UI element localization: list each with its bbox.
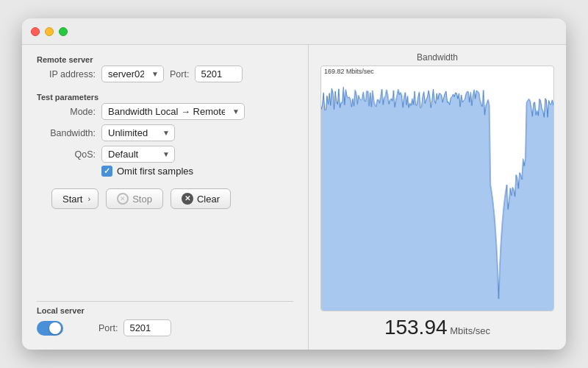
main-window: Remote server IP address: server02 ▼ Por… [22,18,566,350]
mode-select[interactable]: Bandwidth Local → Remote Bandwidth Remot… [101,103,245,120]
left-panel: Remote server IP address: server02 ▼ Por… [22,45,309,350]
mode-row: Mode: Bandwidth Local → Remote Bandwidth… [37,103,293,120]
speed-value: 153.94 [384,316,448,339]
clear-dot-icon: ✕ [182,193,193,205]
start-chevron-icon: › [87,194,90,203]
local-server-toggle[interactable] [37,321,63,336]
speed-display: 153.94 Mbits/sec [384,316,490,339]
right-panel: Bandwidth 153.94 Mbits/sec [309,45,566,350]
ip-select[interactable]: server02 [101,66,164,82]
local-port-input[interactable] [123,319,171,336]
mode-select-wrapper: Bandwidth Local → Remote Bandwidth Remot… [101,103,245,120]
bandwidth-chart-container [320,66,554,311]
stop-button[interactable]: ✕ Stop [106,188,163,209]
bandwidth-chart [321,66,553,311]
qos-select[interactable]: Default Low High [101,146,175,163]
ip-row: IP address: server02 ▼ Port: [37,66,293,82]
local-port-label: Port: [98,323,118,333]
test-params-section: Test parameters Mode: Bandwidth Local → … [37,93,293,177]
local-server-section: Local server Port: [37,297,293,339]
start-label: Start [62,194,82,205]
stop-label: Stop [132,194,152,205]
traffic-lights [31,27,68,36]
bandwidth-row: Bandwidth: Unlimited 10 Mbps 100 Mbps 1 … [37,124,293,141]
clear-button[interactable]: ✕ Clear [171,188,231,209]
omit-label: Omit first samples [117,166,193,177]
minimize-button[interactable] [45,27,54,36]
bandwidth-select[interactable]: Unlimited 10 Mbps 100 Mbps 1 Gbps [101,124,175,141]
remote-server-label: Remote server [37,55,293,64]
port-label: Port: [170,69,189,79]
test-params-label: Test parameters [37,93,293,102]
speed-unit: Mbits/sec [450,325,490,336]
remote-server-section: Remote server IP address: server02 ▼ Por… [37,55,293,85]
content-area: Remote server IP address: server02 ▼ Por… [22,45,566,350]
ip-select-wrapper: server02 ▼ [101,66,164,82]
omit-checkbox[interactable] [101,166,112,177]
clear-label: Clear [197,194,220,205]
local-server-label: Local server [37,306,293,315]
close-button[interactable] [31,27,40,36]
port-input[interactable] [195,66,243,82]
divider [37,301,293,302]
buttons-row: Start › ✕ Stop ✕ Clear [51,188,293,209]
bandwidth-label: Bandwidth: [37,128,96,138]
stop-icon: ✕ [117,193,129,205]
bandwidth-select-wrapper: Unlimited 10 Mbps 100 Mbps 1 Gbps ▼ [101,124,175,141]
omit-row: Omit first samples [101,166,293,177]
title-bar [22,18,566,45]
toggle-knob [49,322,61,334]
ip-label: IP address: [37,69,96,79]
qos-label: QoS: [37,149,96,160]
mode-label: Mode: [37,107,96,117]
qos-row: QoS: Default Low High ▼ [37,146,293,163]
chart-title: Bandwidth [417,52,458,63]
start-button[interactable]: Start › [51,188,98,209]
qos-select-wrapper: Default Low High ▼ [101,146,175,163]
local-port-row: Port: [37,319,293,336]
maximize-button[interactable] [59,27,68,36]
